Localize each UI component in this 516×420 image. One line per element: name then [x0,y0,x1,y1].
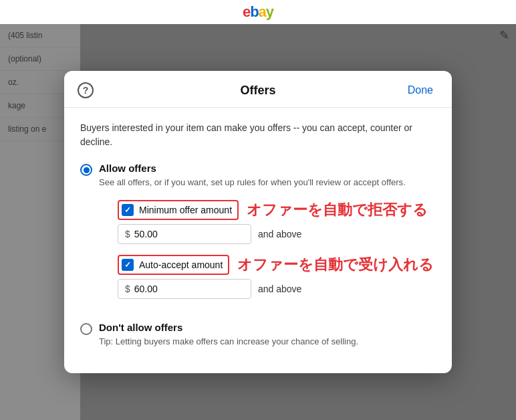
auto-accept-checkbox[interactable] [122,259,134,271]
modal-header: ? Offers Done [64,71,452,108]
allow-offers-content: Allow offers See all offers, or if you w… [99,163,436,309]
minimum-offer-label: Minimum offer amount [139,205,232,215]
auto-accept-label: Auto-accept amount [139,259,223,270]
auto-accept-currency: $ [125,284,130,294]
auto-accept-annotation: オファーを自動で受け入れる [237,255,434,275]
help-icon[interactable]: ? [78,82,94,98]
minimum-offer-annotation: オファーを自動で拒否する [247,200,428,220]
minimum-offer-amount-row: $ and above [118,224,436,244]
auto-accept-input-wrapper: $ [118,279,251,299]
auto-accept-highlight: Auto-accept amount [118,255,229,275]
sub-options: Minimum offer amount オファーを自動で拒否する $ and … [118,200,436,299]
minimum-offer-and-above: and above [258,229,301,239]
modal-body: Buyers interested in your item can make … [64,108,452,373]
dont-allow-radio[interactable] [80,323,92,335]
allow-offers-sublabel: See all offers, or if you want, set up r… [99,177,436,189]
done-button[interactable]: Done [402,82,438,99]
offers-modal: ? Offers Done Buyers interested in your … [64,71,452,373]
dont-allow-label: Don't allow offers [99,322,436,333]
auto-accept-row: Auto-accept amount オファーを自動で受け入れる [118,255,436,275]
modal-overlay: ? Offers Done Buyers interested in your … [0,24,516,420]
minimum-offer-input-wrapper: $ [118,224,251,244]
minimum-offer-currency: $ [125,229,130,239]
modal-description: Buyers interested in your item can make … [80,121,436,149]
allow-offers-option[interactable]: Allow offers See all offers, or if you w… [80,163,436,309]
ebay-logo: ebay [243,3,273,21]
minimum-offer-checkbox[interactable] [122,204,134,216]
minimum-offer-highlight: Minimum offer amount [118,200,239,220]
auto-accept-and-above: and above [258,284,301,294]
dont-allow-content: Don't allow offers Tip: Letting buyers m… [99,322,436,348]
auto-accept-input[interactable] [134,284,244,294]
allow-offers-label: Allow offers [99,163,436,174]
ebay-bar: ebay [0,0,516,24]
minimum-offer-row: Minimum offer amount オファーを自動で拒否する [118,200,436,220]
modal-title: Offers [240,84,275,98]
minimum-offer-input[interactable] [134,229,244,239]
auto-accept-amount-row: $ and above [118,279,436,299]
dont-allow-sublabel: Tip: Letting buyers make offers can incr… [99,336,436,348]
allow-offers-radio[interactable] [80,164,92,176]
dont-allow-option[interactable]: Don't allow offers Tip: Letting buyers m… [80,322,436,348]
